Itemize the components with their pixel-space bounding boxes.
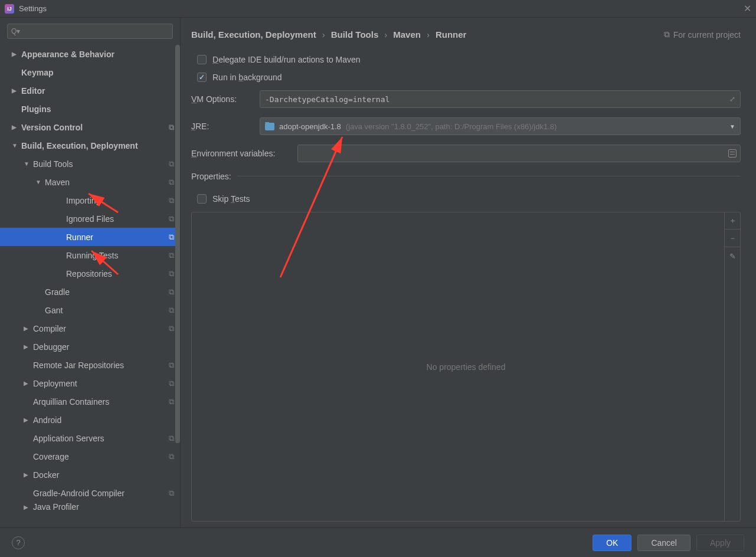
breadcrumb-part: Runner [436, 30, 467, 40]
chevron-down-icon: ▼ [35, 179, 41, 185]
settings-tree[interactable]: ▶Appearance & BehaviorKeymap▶EditorPlugi… [0, 45, 180, 527]
tree-item-label: Compiler [33, 324, 66, 333]
checkbox[interactable] [197, 73, 207, 82]
tree-item-running-tests[interactable]: Running Tests⧉ [0, 246, 180, 264]
title-bar: IJ Settings ✕ [0, 0, 756, 18]
tree-item-runner[interactable]: Runner⧉ [0, 228, 180, 246]
tree-item-label: Importing [66, 196, 100, 205]
checkbox[interactable] [197, 55, 207, 64]
breadcrumb-part[interactable]: Build Tools [331, 30, 379, 40]
chevron-right-icon: ▶ [24, 343, 30, 350]
add-button[interactable]: ＋ [725, 212, 741, 230]
tree-item-label: Gant [45, 306, 63, 315]
window-title: Settings [19, 4, 47, 13]
jre-name: adopt-openjdk-1.8 [279, 122, 341, 131]
tree-item-version-control[interactable]: ▶Version Control⧉ [0, 118, 180, 136]
breadcrumb-part[interactable]: Build, Execution, Deployment [191, 30, 316, 40]
tree-item-label: Plugins [21, 104, 51, 114]
tree-item-label: Coverage [33, 452, 69, 461]
chevron-right-icon: ▶ [12, 51, 18, 57]
tree-item-label: Android [33, 415, 61, 425]
gear-copy-icon: ⧉ [169, 159, 174, 169]
divider [237, 176, 741, 176]
tree-item-keymap[interactable]: Keymap [0, 63, 180, 81]
list-icon[interactable] [728, 149, 737, 158]
tree-item-build-tools[interactable]: ▼Build Tools⧉ [0, 155, 180, 173]
tree-item-label: Java Profiler [33, 502, 79, 512]
properties-label: Properties: [191, 172, 231, 181]
jre-detail: (java version "1.8.0_252", path: D:/Prog… [346, 122, 557, 131]
chevron-right-icon: ▶ [24, 504, 30, 510]
tree-item-label: Running Tests [66, 251, 118, 260]
tree-item-appearance-behavior[interactable]: ▶Appearance & Behavior [0, 45, 180, 63]
scrollbar[interactable] [175, 45, 180, 443]
chevron-right-icon: ▶ [24, 471, 30, 478]
tree-item-deployment[interactable]: ▶Deployment⧉ [0, 374, 180, 392]
tree-item-label: Arquillian Containers [33, 397, 109, 407]
tree-item-ignored-files[interactable]: Ignored Files⧉ [0, 209, 180, 228]
tree-item-maven[interactable]: ▼Maven⧉ [0, 173, 180, 191]
edit-button[interactable]: ✎ [725, 247, 741, 265]
chevron-down-icon: ▼ [24, 160, 30, 167]
tree-item-gradle[interactable]: Gradle⧉ [0, 283, 180, 301]
breadcrumb-part[interactable]: Maven [393, 30, 421, 40]
empty-properties-message: No properties defined [427, 362, 506, 372]
tree-item-plugins[interactable]: Plugins [0, 100, 180, 118]
tree-item-compiler[interactable]: ▶Compiler⧉ [0, 319, 180, 338]
gear-copy-icon: ⧉ [169, 123, 174, 132]
gear-copy-icon: ⧉ [169, 397, 174, 407]
help-button[interactable]: ? [12, 536, 25, 549]
tree-item-label: Keymap [21, 68, 53, 77]
tree-item-java-profiler[interactable]: ▶Java Profiler [0, 502, 180, 512]
tree-item-remote-jar-repositories[interactable]: Remote Jar Repositories⧉ [0, 356, 180, 374]
close-icon[interactable]: ✕ [744, 3, 751, 14]
background-checkbox-row[interactable]: Run in background [191, 73, 741, 82]
gear-copy-icon: ⧉ [169, 324, 174, 333]
tree-item-gradle-android-compiler[interactable]: Gradle-Android Compiler⧉ [0, 484, 180, 502]
jre-label: JRE: [191, 122, 254, 131]
delegate-checkbox-row[interactable]: Delegate IDE build/run actions to Maven [191, 55, 741, 64]
chevron-right-icon: ▶ [12, 87, 18, 94]
env-variables-input[interactable] [297, 145, 741, 162]
properties-table: No properties defined ＋ － ✎ [191, 212, 741, 522]
chevron-down-icon: ▼ [729, 123, 735, 130]
gear-copy-icon: ⧉ [169, 232, 174, 242]
tree-item-label: Gradle-Android Compiler [33, 489, 125, 498]
tree-item-coverage[interactable]: Coverage⧉ [0, 447, 180, 466]
tree-item-label: Maven [45, 178, 70, 187]
vm-options-input[interactable]: -DarchetypeCatalog=internal ⤢ [260, 90, 741, 108]
skip-tests-row[interactable]: Skip Tests [191, 194, 741, 204]
search-icon: Q▾ [11, 27, 20, 35]
tree-item-label: Gradle [45, 287, 70, 297]
tree-item-label: Application Servers [33, 434, 104, 443]
search-input[interactable]: Q▾ [7, 24, 173, 39]
gear-copy-icon: ⧉ [664, 30, 670, 40]
delegate-label: Delegate IDE build/run actions to Maven [212, 55, 361, 64]
gear-copy-icon: ⧉ [169, 287, 174, 297]
tree-item-application-servers[interactable]: Application Servers⧉ [0, 429, 180, 447]
remove-button[interactable]: － [725, 230, 741, 247]
tree-item-label: Appearance & Behavior [21, 50, 114, 59]
tree-item-label: Docker [33, 470, 59, 480]
tree-item-android[interactable]: ▶Android [0, 411, 180, 429]
jre-dropdown[interactable]: adopt-openjdk-1.8 (java version "1.8.0_2… [260, 117, 741, 135]
tree-item-repositories[interactable]: Repositories⧉ [0, 264, 180, 283]
gear-copy-icon: ⧉ [169, 306, 174, 315]
folder-icon [265, 123, 274, 130]
tree-item-debugger[interactable]: ▶Debugger [0, 338, 180, 356]
cancel-button[interactable]: Cancel [637, 535, 690, 551]
apply-button[interactable]: Apply [696, 535, 744, 551]
tree-item-docker[interactable]: ▶Docker [0, 466, 180, 484]
ok-button[interactable]: OK [593, 535, 631, 551]
tree-item-editor[interactable]: ▶Editor [0, 81, 180, 100]
tree-item-build-execution-deployment[interactable]: ▼Build, Execution, Deployment [0, 136, 180, 155]
expand-icon[interactable]: ⤢ [729, 95, 735, 103]
checkbox[interactable] [197, 194, 207, 204]
tree-item-gant[interactable]: Gant⧉ [0, 301, 180, 319]
gear-copy-icon: ⧉ [169, 434, 174, 443]
tree-item-arquillian-containers[interactable]: Arquillian Containers⧉ [0, 392, 180, 411]
tree-item-importing[interactable]: Importing⧉ [0, 191, 180, 209]
gear-copy-icon: ⧉ [169, 178, 174, 187]
gear-copy-icon: ⧉ [169, 379, 174, 388]
tree-item-label: Build Tools [33, 159, 73, 169]
